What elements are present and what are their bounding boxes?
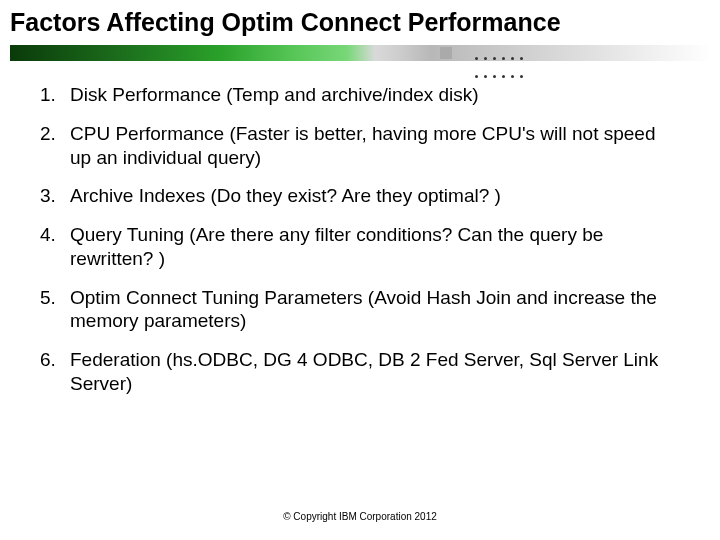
slide-title: Factors Affecting Optim Connect Performa…	[0, 0, 720, 43]
factors-list: Disk Performance (Temp and archive/index…	[40, 83, 680, 396]
bar-square-icon	[440, 47, 452, 59]
list-item: Archive Indexes (Do they exist? Are they…	[40, 184, 680, 208]
list-item: Query Tuning (Are there any filter condi…	[40, 223, 680, 271]
list-item: Optim Connect Tuning Parameters (Avoid H…	[40, 286, 680, 334]
decorative-bar	[10, 45, 712, 61]
copyright-text: © Copyright IBM Corporation 2012	[0, 511, 720, 522]
list-item: Disk Performance (Temp and archive/index…	[40, 83, 680, 107]
bar-dots-icon	[472, 47, 572, 59]
list-item: Federation (hs.ODBC, DG 4 ODBC, DB 2 Fed…	[40, 348, 680, 396]
list-item: CPU Performance (Faster is better, havin…	[40, 122, 680, 170]
slide: Factors Affecting Optim Connect Performa…	[0, 0, 720, 540]
